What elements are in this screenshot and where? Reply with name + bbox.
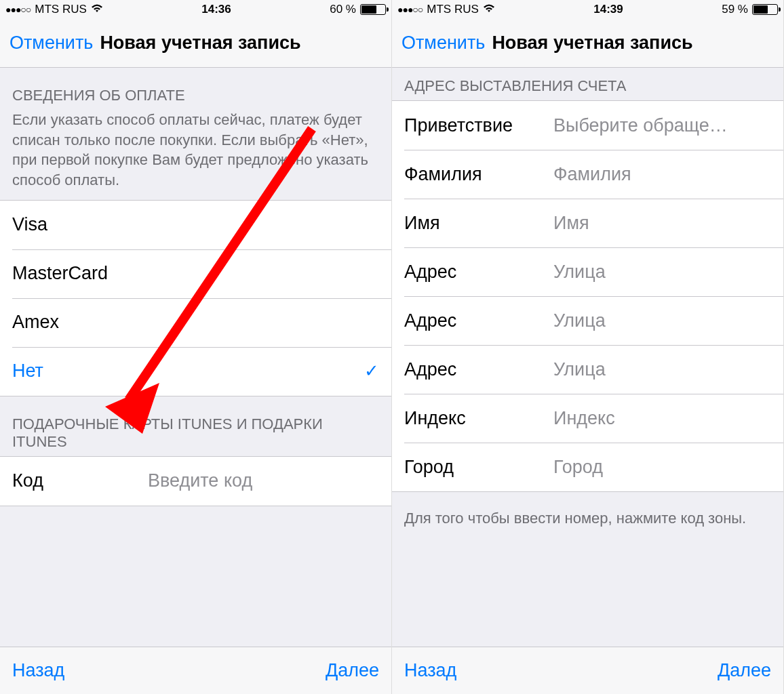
page-title: Новая учетная запись (492, 33, 692, 54)
status-bar: ●●●○○ MTS RUS 14:36 60 % (0, 0, 391, 19)
battery-icon (360, 4, 386, 15)
option-label: Amex (12, 312, 59, 333)
address-input[interactable] (553, 262, 783, 283)
city-input[interactable] (553, 457, 783, 478)
address-input[interactable] (553, 310, 783, 331)
battery-pct: 60 % (330, 3, 356, 16)
gift-code-row[interactable]: Код (0, 457, 391, 506)
nav-bar: Отменить Новая учетная запись (392, 19, 783, 68)
address-input[interactable] (553, 359, 783, 380)
field-firstname[interactable]: Имя (392, 199, 783, 247)
carrier-label: MTS RUS (427, 3, 479, 16)
next-button[interactable]: Далее (326, 660, 379, 681)
page-title: Новая учетная запись (100, 33, 300, 54)
payment-option-amex[interactable]: Amex (0, 298, 391, 347)
field-city[interactable]: Город (392, 443, 783, 491)
payment-option-visa[interactable]: Visa (0, 201, 391, 249)
next-button[interactable]: Далее (718, 660, 771, 681)
status-bar: ●●●○○ MTS RUS 14:39 59 % (392, 0, 783, 19)
payment-options-group: Visa MasterCard Amex Нет ✓ (0, 200, 391, 396)
checkmark-icon: ✓ (364, 361, 379, 382)
section-header-gift: ПОДАРОЧНЫЕ КАРТЫ ITUNES И ПОДАРКИ ITUNES (0, 396, 391, 456)
section-footer-billing: Для того чтобы ввести номер, нажмите код… (392, 492, 783, 538)
field-label: Адрес (404, 262, 553, 283)
payment-option-mastercard[interactable]: MasterCard (0, 249, 391, 298)
field-label: Приветствие (404, 115, 553, 136)
field-label: Город (404, 457, 553, 478)
screen-billing: ●●●○○ MTS RUS 14:39 59 % Отменить Новая … (392, 0, 784, 694)
gift-code-group: Код (0, 456, 391, 506)
option-label: MasterCard (12, 263, 108, 284)
field-label: Адрес (404, 310, 553, 331)
section-header-billing: АДРЕС ВЫСТАВЛЕНИЯ СЧЕТА (392, 68, 783, 100)
section-header-payment: СВЕДЕНИЯ ОБ ОПЛАТЕ (0, 68, 391, 110)
section-desc-payment: Если указать способ оплаты сейчас, плате… (0, 110, 391, 200)
field-postcode[interactable]: Индекс (392, 394, 783, 443)
field-address-3[interactable]: Адрес (392, 345, 783, 394)
field-address-2[interactable]: Адрес (392, 296, 783, 345)
carrier-label: MTS RUS (35, 3, 87, 16)
field-label: Имя (404, 213, 553, 234)
signal-icon: ●●●○○ (5, 4, 31, 15)
field-label: Адрес (404, 359, 553, 380)
signal-icon: ●●●○○ (397, 4, 423, 15)
nav-bar: Отменить Новая учетная запись (0, 19, 391, 68)
gift-code-input[interactable] (148, 470, 379, 491)
firstname-input[interactable] (553, 213, 783, 234)
back-button[interactable]: Назад (12, 660, 64, 681)
field-address-1[interactable]: Адрес (392, 247, 783, 296)
cancel-button[interactable]: Отменить (401, 33, 485, 54)
battery-pct: 59 % (722, 3, 748, 16)
field-label: Фамилия (404, 164, 553, 185)
gift-code-label: Код (12, 470, 148, 491)
cancel-button[interactable]: Отменить (9, 33, 93, 54)
field-value: Выберите обраще… (553, 115, 771, 136)
clock: 14:39 (593, 3, 623, 16)
postcode-input[interactable] (553, 408, 783, 429)
field-label: Индекс (404, 408, 553, 429)
option-label: Нет (12, 361, 43, 382)
clock: 14:36 (201, 3, 231, 16)
screen-payment: ●●●○○ MTS RUS 14:36 60 % Отменить Новая … (0, 0, 392, 694)
wifi-icon (483, 3, 495, 16)
bottom-toolbar: Назад Далее (392, 647, 783, 694)
wifi-icon (91, 3, 103, 16)
lastname-input[interactable] (553, 164, 783, 185)
field-salutation[interactable]: Приветствие Выберите обраще… (392, 101, 783, 150)
payment-option-none[interactable]: Нет ✓ (0, 347, 391, 396)
battery-icon (752, 4, 778, 15)
bottom-toolbar: Назад Далее (0, 647, 391, 694)
field-lastname[interactable]: Фамилия (392, 150, 783, 199)
billing-fields-group: Приветствие Выберите обраще… Фамилия Имя… (392, 100, 783, 492)
back-button[interactable]: Назад (404, 660, 456, 681)
option-label: Visa (12, 214, 47, 235)
